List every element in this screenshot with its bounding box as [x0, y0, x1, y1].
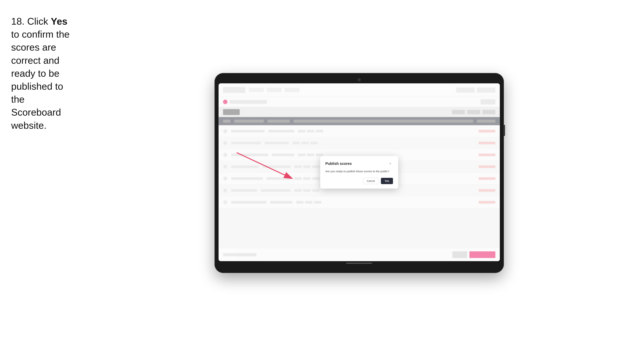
tablet-side-button	[504, 125, 505, 136]
dialog-header: Publish scores ×	[326, 161, 393, 166]
step-number: 18.	[11, 16, 24, 27]
tablet-home-bar	[346, 263, 372, 264]
cancel-button[interactable]: Cancel	[363, 178, 379, 184]
tablet-camera	[358, 78, 361, 81]
tablet-device: 1 2	[214, 73, 504, 273]
publish-scores-dialog: Publish scores × Are you ready to publis…	[320, 156, 398, 189]
dialog-body: Are you ready to publish these scores to…	[326, 169, 393, 173]
dialog-close-button[interactable]: ×	[388, 161, 393, 166]
instruction-text: 18. Click Yes to confirm the scores are …	[11, 7, 74, 132]
dialog-footer: Cancel Yes	[326, 178, 393, 184]
yes-emphasis: Yes	[51, 16, 68, 27]
tablet-screen: 1 2	[218, 83, 500, 261]
dialog-title: Publish scores	[326, 162, 352, 166]
tablet-wrapper: 1 2	[85, 73, 633, 273]
modal-overlay: Publish scores × Are you ready to publis…	[218, 83, 500, 261]
yes-button[interactable]: Yes	[381, 178, 393, 184]
instruction-body: Click Yes to confirm the scores are corr…	[11, 16, 70, 131]
